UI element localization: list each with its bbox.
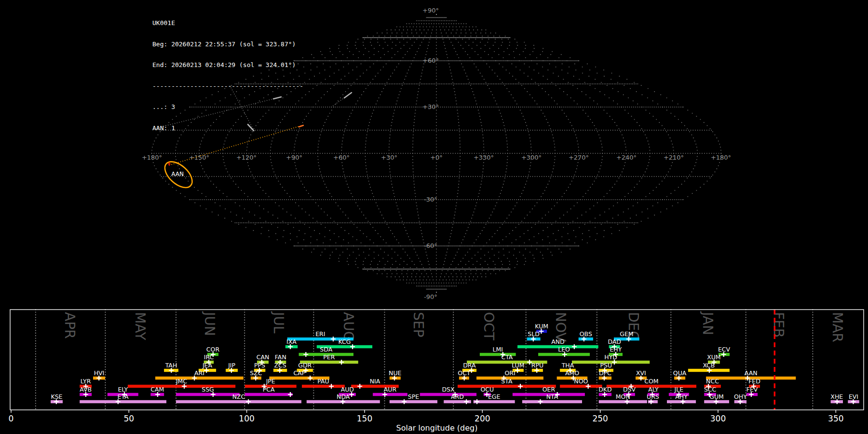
shower-label-CTA: CTA: [501, 353, 513, 361]
shower-bar-SSG: [176, 393, 240, 396]
shower-bar-AUR: [373, 393, 407, 396]
month-label-oct: OCT: [481, 312, 497, 341]
shower-label-DKD: DKD: [598, 386, 611, 393]
shower-ZCS: ZCS: [273, 362, 287, 373]
shower-label-PPS: PPS: [254, 362, 265, 369]
x-tick-label: 350: [828, 414, 843, 423]
lat-label: -60°: [424, 242, 437, 249]
shower-label-AMO: AMO: [565, 369, 579, 377]
shower-label-ELY: ELY: [118, 386, 128, 393]
shower-label-XVI: XVI: [636, 369, 646, 377]
shower-peak-SPE: [402, 399, 407, 404]
shower-label-THA: THA: [561, 362, 574, 369]
shower-OBS: OBS: [579, 330, 593, 341]
shower-SZC: SZC: [250, 369, 262, 380]
shower-label-SCC: SCC: [704, 386, 717, 393]
lat-label: -90°: [424, 293, 437, 300]
month-label-aug: AUG: [340, 312, 356, 341]
shower-label-URS: URS: [647, 393, 659, 400]
x-tick-label: 200: [475, 414, 490, 423]
shower-label-LEO: LEO: [558, 346, 570, 353]
lon-label: +300°: [521, 154, 542, 161]
shower-label-XUM: XUM: [707, 353, 721, 361]
x-tick-label: 150: [357, 414, 372, 423]
month-label-may: MAY: [132, 312, 148, 340]
shower-label-LUM: LUM: [512, 362, 524, 369]
shower-peak-STA: [518, 384, 523, 389]
shower-bar-EGE: [474, 400, 515, 403]
shower-RPU: RPU: [531, 362, 543, 373]
shower-peak-PER: [339, 360, 344, 365]
shower-label-SZC: SZC: [250, 369, 262, 377]
shower-label-DSV: DSV: [623, 386, 636, 393]
shower-label-DPC: DPC: [599, 369, 611, 377]
lon-label: +270°: [569, 154, 589, 161]
shower-label-AUR: AUR: [384, 386, 397, 393]
shower-label-ALY: ALY: [648, 386, 659, 393]
shower-bar-MON: [599, 400, 647, 403]
lon-label: +90°: [286, 154, 302, 161]
month-label-mar: MAR: [829, 312, 845, 342]
x-tick-label: 0: [9, 414, 14, 423]
shower-label-SLD: SLD: [528, 330, 540, 338]
shower-label-COR: COR: [206, 346, 220, 353]
shower-EGE: EGE: [474, 393, 515, 404]
shower-label-NOO: NOO: [574, 378, 588, 385]
shower-bar-NZC: [176, 400, 301, 403]
shower-label-KSE: KSE: [51, 393, 62, 400]
shower-label-AVB: AVB: [80, 386, 92, 393]
shower-XHE: XHE: [830, 393, 843, 404]
lon-label: +240°: [616, 154, 637, 161]
radiant-label: AAN: [171, 171, 184, 177]
shower-label-COM: COM: [644, 378, 658, 385]
shower-label-JEA: JEA: [202, 362, 213, 369]
shower-label-JLE: JLE: [674, 386, 684, 393]
shower-DKD: DKD: [598, 386, 611, 397]
shower-HVI: HVI: [93, 369, 105, 380]
shower-KSE: KSE: [51, 393, 63, 404]
meteor-3-streak: [344, 93, 352, 98]
month-label-jun: JUN: [202, 311, 217, 336]
shower-label-ETA: ETA: [118, 393, 129, 400]
shower-peak-AND: [572, 344, 577, 349]
shower-label-QUA: QUA: [673, 369, 687, 377]
x-tick-label: 50: [123, 414, 134, 423]
shower-label-ORI: ORI: [504, 369, 515, 377]
shower-label-MON: MON: [616, 393, 630, 400]
shower-label-NDA: NDA: [337, 393, 350, 400]
x-axis-title: Solar longitude (deg): [396, 423, 478, 433]
shower-label-STA: STA: [501, 378, 513, 385]
lon-label: +30°: [381, 154, 397, 161]
shower-peak-KCG: [350, 344, 355, 349]
shower-peak-NIA: [357, 384, 362, 389]
shower-label-NCC: NCC: [706, 378, 719, 385]
observation-header: UK001E Beg: 20260212 22:55:37 (sol = 323…: [152, 6, 303, 139]
shower-IXA: IXA: [285, 338, 298, 349]
shower-bar-STA: [458, 385, 556, 388]
shower-label-SPE: SPE: [408, 393, 419, 400]
shower-label-IRC: IRC: [204, 353, 214, 361]
shower-label-ECV: ECV: [718, 346, 731, 353]
month-label-nov: NOV: [553, 312, 569, 342]
shower-label-GUM: GUM: [709, 393, 724, 400]
shower-bar-DSX: [420, 393, 476, 396]
lon-label: +120°: [236, 154, 257, 161]
shower-JIP: JIP: [226, 362, 238, 373]
shower-label-PCA: PCA: [263, 386, 275, 393]
observation-end: End: 20260213 02:04:29 (sol = 324.01°): [152, 62, 303, 69]
shower-label-OBS: OBS: [580, 330, 592, 338]
shower-label-ZCS: ZCS: [274, 362, 286, 369]
shower-label-FEV: FEV: [746, 386, 758, 393]
shower-label-AUD: AUD: [341, 386, 354, 393]
shower-NDA: NDA: [307, 393, 380, 404]
shower-peak-PCA: [288, 392, 293, 397]
shower-label-XHE: XHE: [830, 393, 843, 400]
month-label-sep: SEP: [410, 312, 426, 337]
shower-label-GEM: GEM: [620, 330, 633, 338]
shower-label-LYR: LYR: [81, 378, 91, 385]
month-label-jul: JUL: [271, 311, 286, 334]
x-tick-label: 250: [592, 414, 608, 423]
shower-bars: KUMERISLDOBSGEMIXAKCGANDDADCORSDALMILEOE…: [51, 323, 859, 404]
shower-peak-CAP: [308, 376, 312, 380]
shower-label-NZC: NZC: [232, 393, 245, 400]
